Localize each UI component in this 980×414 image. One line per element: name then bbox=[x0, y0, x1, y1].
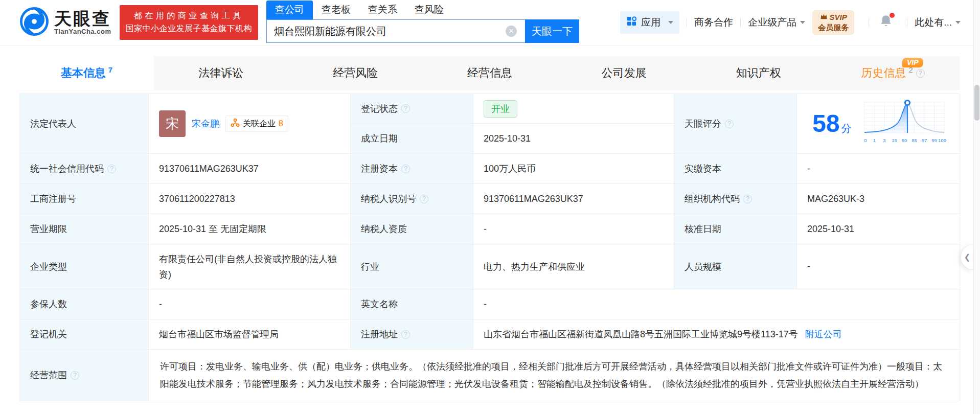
divider bbox=[869, 18, 869, 27]
chevron-left-icon: ❮ bbox=[964, 252, 971, 262]
tab-count: 7 bbox=[108, 65, 112, 74]
tianyancha-logo[interactable]: 天眼查 TianYanCha.com bbox=[19, 7, 111, 38]
svip-label: SVIP bbox=[830, 12, 847, 22]
search-tab-company[interactable]: 查公司 bbox=[266, 1, 313, 19]
notification-dot bbox=[890, 13, 895, 18]
caret-down-icon bbox=[668, 21, 673, 24]
clear-search-icon[interactable]: ✕ bbox=[506, 26, 517, 37]
field-label-staff-size: 人员规模 bbox=[674, 244, 797, 289]
label-text: 天眼评分 bbox=[685, 118, 721, 130]
help-icon[interactable]: ? bbox=[743, 195, 752, 203]
nearby-companies-link[interactable]: 附近公司 bbox=[805, 328, 842, 340]
tab-history-info[interactable]: VIP 历史信息 2 ? bbox=[826, 56, 960, 90]
page-scrollbar[interactable] bbox=[973, 0, 980, 414]
search-box: 查公司 查老板 查关系 查风险 ✕ 天眼一下 bbox=[266, 2, 579, 43]
tab-company-development[interactable]: 公司发展 bbox=[557, 56, 691, 90]
nav-enterprise-products[interactable]: 企业级产品 bbox=[748, 16, 805, 29]
svg-text:99: 99 bbox=[932, 137, 938, 143]
label-text: 实缴资本 bbox=[685, 163, 721, 175]
label-text: 成立日期 bbox=[361, 132, 398, 145]
svg-text:0: 0 bbox=[864, 137, 867, 143]
search-tab-boss[interactable]: 查老板 bbox=[313, 1, 359, 19]
label-text: 行业 bbox=[361, 261, 379, 273]
tab-label: 经营信息 bbox=[467, 65, 512, 81]
user-label: 此处有... bbox=[915, 16, 952, 29]
tab-business-info[interactable]: 经营信息 bbox=[423, 56, 557, 90]
label-text: 统一社会信用代码 bbox=[30, 163, 104, 175]
tab-operating-risk[interactable]: 经营风险 bbox=[288, 56, 423, 90]
tab-label: 法律诉讼 bbox=[198, 65, 243, 81]
legal-rep-name-link[interactable]: 宋金鹏 bbox=[192, 118, 219, 130]
apps-grid-icon bbox=[626, 16, 637, 29]
apps-menu[interactable]: 应用 bbox=[620, 11, 679, 34]
search-tab-risk[interactable]: 查风险 bbox=[406, 1, 452, 19]
promo-banner-line1: 都在用的商业查询工具 bbox=[126, 10, 253, 22]
help-icon[interactable]: ? bbox=[916, 69, 925, 78]
svg-text:97: 97 bbox=[922, 137, 927, 143]
search-button[interactable]: 天眼一下 bbox=[525, 19, 579, 43]
field-label-reg-address: 注册地址 ? bbox=[351, 319, 473, 350]
tab-intellectual-property[interactable]: 知识产权 bbox=[691, 56, 826, 90]
scrollbar-thumb[interactable] bbox=[974, 85, 979, 121]
search-tab-relation[interactable]: 查关系 bbox=[359, 1, 406, 19]
address-text: 山东省烟台市福山区福新街道凤凰山路8号五洲国际工业博览城9号楼113-17号 bbox=[484, 328, 798, 340]
side-panel-collapse-button[interactable]: ❮ bbox=[961, 244, 973, 270]
svg-text:3: 3 bbox=[883, 137, 886, 143]
related-companies-badge[interactable]: 关联企业 8 bbox=[225, 116, 288, 132]
svg-text:50: 50 bbox=[902, 137, 907, 143]
notifications-bell[interactable] bbox=[879, 14, 893, 31]
status-badge: 开业 bbox=[484, 100, 517, 118]
label-text: 组织机构代码 bbox=[685, 193, 740, 205]
field-label-tyc-score: 天眼评分 ? bbox=[674, 94, 797, 154]
apps-label: 应用 bbox=[641, 16, 660, 29]
field-label-reg-authority: 登记机关 bbox=[20, 319, 149, 350]
help-icon[interactable]: ? bbox=[401, 330, 410, 339]
svip-sublabel: 会员服务 bbox=[818, 22, 849, 33]
field-label-reg-number: 工商注册号 bbox=[20, 184, 149, 214]
label-text: 企业类型 bbox=[30, 261, 67, 273]
nav-business-cooperation[interactable]: 商务合作 bbox=[694, 16, 733, 29]
help-icon[interactable]: ? bbox=[71, 371, 79, 380]
field-value-reg-authority: 烟台市福山区市场监督管理局 bbox=[149, 319, 351, 350]
field-value-reg-number: 370611200227813 bbox=[149, 184, 351, 214]
svg-text:15: 15 bbox=[892, 137, 898, 143]
field-label-company-type: 企业类型 bbox=[20, 244, 149, 289]
search-tabs: 查公司 查老板 查关系 查风险 bbox=[266, 2, 579, 19]
tab-legal-proceedings[interactable]: 法律诉讼 bbox=[154, 56, 288, 90]
field-value-company-type: 有限责任公司(非自然人投资或控股的法人独资) bbox=[149, 244, 351, 289]
help-icon[interactable]: ? bbox=[107, 165, 116, 173]
label-text: 营业期限 bbox=[30, 223, 67, 235]
field-label-taxpayer-id: 纳税人识别号 ? bbox=[351, 184, 473, 214]
search-input[interactable] bbox=[266, 19, 525, 43]
label-text: 工商注册号 bbox=[30, 193, 76, 205]
tab-label: 经营风险 bbox=[333, 65, 378, 81]
help-icon[interactable]: ? bbox=[401, 104, 410, 113]
svip-member-badge[interactable]: SVIP 会员服务 bbox=[812, 10, 854, 35]
tab-label: 公司发展 bbox=[602, 65, 647, 81]
tab-basic-info[interactable]: 基本信息 7 bbox=[19, 56, 154, 90]
field-label-reg-capital: 注册资本 ? bbox=[351, 154, 473, 184]
help-icon[interactable]: ? bbox=[420, 195, 428, 203]
field-value-org-code: MAG263UK-3 bbox=[797, 184, 960, 214]
field-value-credit-code: 91370611MAG263UK37 bbox=[149, 154, 351, 184]
brand-domain: TianYanCha.com bbox=[54, 28, 111, 35]
promo-banner-line2: 国家中小企业发展子基金旗下机构 bbox=[126, 22, 253, 35]
user-menu[interactable]: 此处有... bbox=[915, 16, 961, 29]
field-label-industry: 行业 bbox=[351, 244, 473, 289]
svg-text:85: 85 bbox=[912, 137, 918, 143]
field-label-taxpayer-quality: 纳税人资质 bbox=[351, 214, 473, 244]
field-label-english-name: 英文名称 bbox=[351, 289, 473, 319]
field-label-insured-count: 参保人数 bbox=[20, 289, 149, 319]
score-unit: 分 bbox=[841, 123, 851, 134]
label-text: 登记机关 bbox=[30, 328, 67, 340]
related-companies-label: 关联企业 bbox=[243, 119, 276, 129]
related-companies-count: 8 bbox=[279, 119, 283, 128]
tab-label: 历史信息 bbox=[861, 65, 906, 81]
help-icon[interactable]: ? bbox=[725, 120, 734, 128]
help-icon[interactable]: ? bbox=[401, 165, 410, 173]
label-text: 注册资本 bbox=[361, 163, 398, 175]
field-value-taxpayer-id: 91370611MAG263UK37 bbox=[473, 184, 674, 214]
svg-text:100: 100 bbox=[938, 137, 946, 143]
tianyancha-logo-icon bbox=[19, 7, 49, 38]
field-label-legal-rep: 法定代表人 bbox=[20, 94, 149, 154]
